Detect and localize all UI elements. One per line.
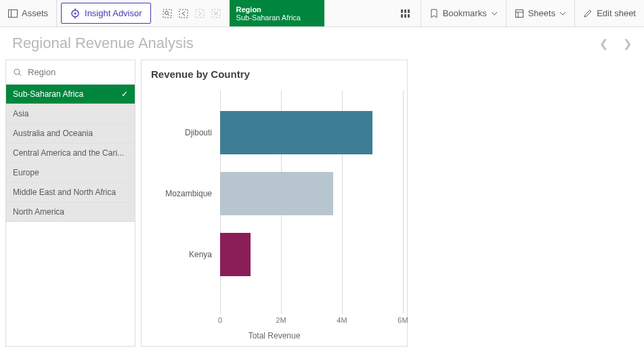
bookmarks-label: Bookmarks [443,8,487,18]
chart-category-label: Mozambique [146,189,216,198]
svg-rect-0 [9,9,18,17]
page-title: Regional Revenue Analysis [12,35,194,52]
selections-tool-button[interactable] [391,0,421,26]
svg-point-3 [74,12,77,14]
smart-search-icon[interactable] [160,7,174,20]
bookmark-icon [429,9,439,18]
chart-tick-label: 6M [398,316,408,324]
chart-bar[interactable] [220,172,333,215]
insight-label: Insight Advisor [85,8,142,18]
filterpane-title: Region [28,67,56,77]
top-toolbar: Assets Insight Advisor Region Sub-Sahara… [0,0,644,27]
content-area: Region Sub-Saharan AfricaAsiaAustralia a… [0,60,644,352]
filterpane-item[interactable]: Europe [6,163,135,183]
panel-icon [8,9,18,18]
selection-pill-value: Sub-Saharan Africa [236,14,312,22]
title-row: Regional Revenue Analysis ❮ ❯ [0,27,644,60]
pencil-icon [583,9,593,18]
grid-icon [400,8,411,19]
filterpane-item[interactable]: Central America and the Cari... [6,144,135,163]
toolbar-right: Bookmarks Sheets Edit sheet [391,0,644,26]
svg-rect-19 [408,14,410,18]
prev-sheet-button[interactable]: ❮ [599,37,608,50]
svg-rect-20 [515,9,523,17]
assets-label: Assets [22,8,48,18]
edit-sheet-button[interactable]: Edit sheet [575,0,644,26]
insight-icon [70,8,81,19]
chart-bar[interactable] [220,111,372,154]
clear-all-icon[interactable] [209,7,223,20]
sheets-label: Sheets [528,8,555,18]
chart-axis-area [220,91,403,314]
sheet-icon [515,9,524,18]
assets-button[interactable]: Assets [0,0,56,26]
divider [56,0,57,26]
svg-rect-6 [163,9,171,18]
chart-tick-label: 4M [337,316,347,324]
filterpane-item[interactable]: Australia and Oceania [6,124,135,144]
svg-point-23 [14,69,20,74]
next-sheet-button[interactable]: ❯ [623,37,632,50]
edit-label: Edit sheet [597,8,636,18]
svg-rect-15 [404,9,406,13]
filterpane-header[interactable]: Region [6,60,135,85]
svg-rect-14 [401,9,403,13]
svg-line-24 [19,74,21,76]
toolbar-left: Assets Insight Advisor Region Sub-Sahara… [0,0,326,26]
insight-advisor-button[interactable]: Insight Advisor [61,3,151,24]
svg-rect-17 [401,14,403,18]
sheet-nav: ❮ ❯ [599,37,632,50]
selection-pill-field: Region [236,5,312,14]
filterpane-item[interactable]: Asia [6,104,135,124]
filterpane-region: Region Sub-Saharan AfricaAsiaAustralia a… [5,60,135,347]
svg-rect-18 [404,14,406,18]
step-back-icon[interactable] [177,7,190,20]
chart-revenue-by-country[interactable]: Revenue by Country Total Revenue 02M4M6M… [141,60,408,347]
bookmarks-button[interactable]: Bookmarks [421,0,506,26]
filterpane-list: Sub-Saharan AfricaAsiaAustralia and Ocea… [6,85,135,346]
step-forward-icon [193,7,207,20]
chart-category-label: Kenya [146,250,216,259]
chevron-down-icon [559,10,566,17]
chart-xlabel: Total Revenue [146,331,403,340]
svg-line-8 [168,14,169,16]
svg-rect-16 [408,9,410,13]
filterpane-item[interactable]: Middle East and North Africa [6,183,135,202]
chart-plot-area: Total Revenue 02M4M6MDjiboutiMozambiqueK… [146,84,403,342]
chart-tick-label: 2M [276,316,286,324]
filterpane-item[interactable]: North America [6,202,135,222]
filterpane-item[interactable]: Sub-Saharan Africa [6,85,135,104]
sheets-button[interactable]: Sheets [507,0,574,26]
search-icon [13,68,22,77]
chart-bar[interactable] [220,233,251,276]
svg-rect-9 [179,9,188,18]
svg-rect-10 [196,9,204,18]
chart-tick-label: 0 [218,316,222,324]
selection-tool-icons [155,0,228,26]
svg-point-7 [165,11,168,14]
selection-pill-region[interactable]: Region Sub-Saharan Africa [230,0,324,26]
chart-title: Revenue by Country [146,67,403,84]
chevron-down-icon [491,10,498,17]
chart-gridline [403,91,404,314]
chart-category-label: Djibouti [146,128,216,137]
